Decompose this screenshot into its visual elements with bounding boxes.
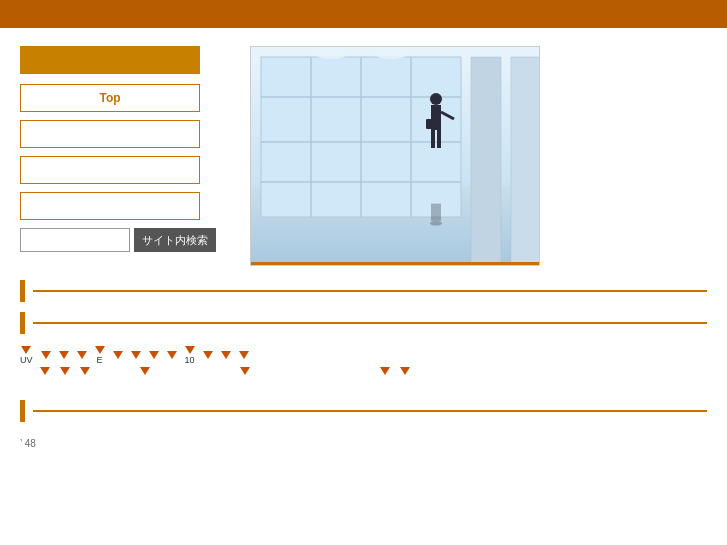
svg-rect-10 [511, 57, 540, 266]
section-line-2 [20, 312, 707, 334]
arrow-r2-2 [60, 367, 70, 376]
sidebar-nav-top[interactable]: Top [20, 84, 200, 112]
arrow-11 [203, 351, 213, 360]
main-content: Top サイト内検索 [0, 28, 727, 266]
svg-rect-21 [251, 262, 540, 266]
arrow-r2-1 [40, 367, 50, 376]
arrow-down-icon [113, 351, 123, 359]
arrow-r2-3 [80, 367, 90, 376]
hero-image [250, 46, 540, 266]
arrow-down-icon [59, 351, 69, 359]
sidebar-header-bar [20, 46, 200, 74]
arrow-label-uv: UV [20, 355, 33, 365]
arrow-r2-6 [380, 367, 390, 376]
arrow-uv: UV [20, 346, 33, 365]
arrow-down-icon [167, 351, 177, 359]
svg-rect-14 [437, 130, 441, 148]
arrow-down-icon [140, 367, 150, 375]
sidebar-nav-item-4[interactable] [20, 192, 200, 220]
search-input[interactable] [20, 228, 130, 252]
arrow-3 [59, 351, 69, 360]
arrow-row: UV E [0, 344, 727, 394]
page-number-area: ’ 48 [0, 432, 727, 455]
arrow-label-10: 10 [185, 355, 195, 365]
svg-rect-16 [426, 119, 434, 129]
arrow-down-icon [131, 351, 141, 359]
section-3-wrapper [0, 400, 727, 422]
sidebar-nav-top-label: Top [99, 91, 120, 105]
section-line-1 [20, 280, 707, 302]
arrow-down-icon [380, 367, 390, 375]
sections-area [0, 280, 727, 334]
arrow-label-e: E [97, 355, 103, 365]
svg-point-11 [430, 93, 442, 105]
section-line-3 [20, 400, 707, 422]
arrow-down-icon [60, 367, 70, 375]
hero-image-area [250, 46, 560, 266]
arrow-r2-7 [400, 367, 410, 376]
svg-rect-18 [431, 204, 441, 221]
arrow-2 [41, 351, 51, 360]
arrow-down-icon [239, 351, 249, 359]
arrow-13 [239, 351, 249, 360]
section-marker-1 [20, 280, 25, 302]
svg-point-17 [430, 221, 442, 226]
arrow-down-icon [221, 351, 231, 359]
arrow-down-icon [77, 351, 87, 359]
arrow-down-icon [149, 351, 159, 359]
arrow-6 [113, 351, 123, 360]
sidebar: Top サイト内検索 [20, 46, 220, 266]
arrow-10: 10 [185, 346, 195, 365]
sidebar-nav-item-2[interactable] [20, 120, 200, 148]
arrow-down-icon [95, 346, 105, 354]
arrow-down-icon [21, 346, 31, 354]
arrow-7 [131, 351, 141, 360]
section-marker-3 [20, 400, 25, 422]
search-button[interactable]: サイト内検索 [134, 228, 216, 252]
arrow-9 [167, 351, 177, 360]
arrow-e: E [95, 346, 105, 365]
arrow-12 [221, 351, 231, 360]
svg-point-20 [376, 51, 406, 59]
section-divider-2 [33, 322, 707, 324]
page-number: ’ 48 [20, 438, 36, 449]
section-marker-2 [20, 312, 25, 334]
arrow-r2-5 [240, 367, 250, 376]
arrow-down-icon [400, 367, 410, 375]
sidebar-nav-item-3[interactable] [20, 156, 200, 184]
arrow-down-icon [41, 351, 51, 359]
section-divider-1 [33, 290, 707, 292]
arrow-down-icon [185, 346, 195, 354]
arrow-r2-4 [140, 367, 150, 376]
svg-rect-13 [431, 130, 435, 148]
arrow-down-icon [40, 367, 50, 375]
arrow-4 [77, 351, 87, 360]
arrow-8 [149, 351, 159, 360]
top-bar [0, 0, 727, 28]
arrow-down-icon [240, 367, 250, 375]
section-divider-3 [33, 410, 707, 412]
search-row: サイト内検索 [20, 228, 220, 252]
arrow-down-icon [80, 367, 90, 375]
svg-rect-9 [471, 57, 501, 266]
arrow-down-icon [203, 351, 213, 359]
svg-point-19 [316, 51, 346, 59]
